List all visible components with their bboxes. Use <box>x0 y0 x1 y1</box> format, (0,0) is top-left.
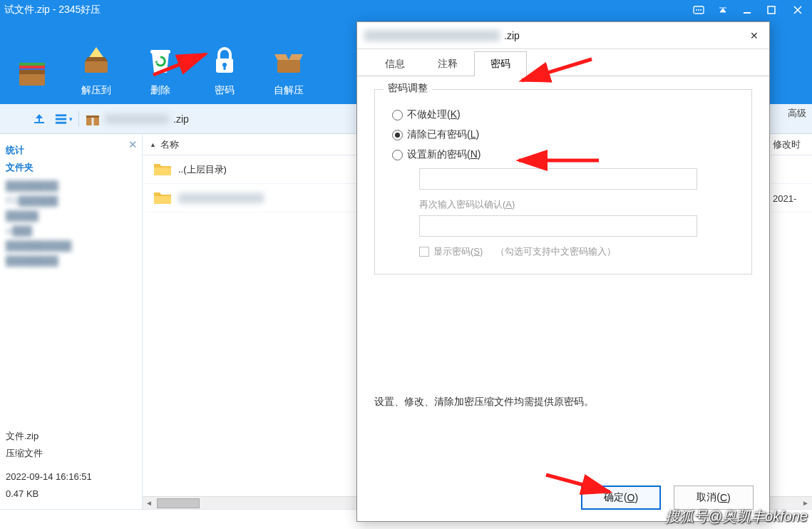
svg-rect-9 <box>19 63 45 66</box>
info-file: 文件.zip <box>6 428 92 444</box>
toolbar-selfextract[interactable]: 自解压 <box>257 40 321 97</box>
cell-date: 2021- <box>773 184 812 212</box>
advanced-link[interactable]: 高级 <box>788 107 806 120</box>
watermark: 搜狐号@奥凯丰okfone <box>665 507 808 526</box>
box-out-icon <box>64 40 128 80</box>
folder-icon <box>153 160 173 179</box>
right-columns: 修改时 2021- <box>773 134 812 212</box>
confirm-label: 再次输入密码以确认(A) <box>419 198 737 211</box>
notify-icon[interactable] <box>687 0 711 20</box>
dialog-close-icon[interactable]: ✕ <box>746 28 762 43</box>
row-up-label: ..(上层目录) <box>178 163 227 176</box>
show-password-checkbox[interactable] <box>419 247 429 257</box>
recycle-icon <box>128 40 192 80</box>
radio-set-row[interactable]: 设置新的密码(N) <box>392 148 734 161</box>
password-inputs: 再次输入密码以确认(A) 显示密码(S) （勾选可支持中文密码输入） <box>419 168 737 258</box>
info-size: 0.47 KB <box>6 486 92 502</box>
svg-rect-15 <box>224 66 226 70</box>
svg-rect-19 <box>56 118 66 120</box>
minimize-button[interactable] <box>735 0 759 20</box>
nav-up-icon[interactable] <box>30 110 48 128</box>
radio-none-row[interactable]: 不做处理(K) <box>392 108 734 121</box>
password-confirm-input[interactable] <box>419 215 697 237</box>
info-type: 压缩文件 <box>6 445 92 461</box>
scroll-thumb[interactable] <box>157 498 200 508</box>
dialog-body: 密码调整 不做处理(K) 清除已有密码(L) 设置新的密码(N) 再次输入密码以… <box>357 76 769 421</box>
show-password-hint: （勾选可支持中文密码输入） <box>495 245 616 258</box>
side-item[interactable]: ████████ <box>6 253 136 268</box>
side-section-stats: 统计 <box>6 144 136 157</box>
box-open-icon <box>257 40 321 80</box>
radio-none[interactable] <box>392 110 403 120</box>
side-item[interactable]: ████████ <box>6 178 136 193</box>
side-item[interactable]: PD██████ <box>6 193 136 208</box>
dialog-note: 设置、修改、清除加密压缩文件均需提供原密码。 <box>374 396 752 409</box>
radio-set[interactable] <box>392 150 403 160</box>
info-date: 2022-09-14 16:16:51 <box>6 468 92 485</box>
fieldset-legend: 密码调整 <box>384 82 432 95</box>
svg-rect-17 <box>34 122 44 123</box>
svg-rect-16 <box>277 60 300 73</box>
dialog-title-bar: .zip ✕ <box>357 22 769 49</box>
separator <box>78 111 79 127</box>
svg-rect-10 <box>19 68 45 70</box>
scroll-left-icon[interactable]: ◄ <box>143 499 155 507</box>
col-modified[interactable]: 修改时 <box>773 134 812 155</box>
maximize-button[interactable] <box>759 0 783 20</box>
show-password-row[interactable]: 显示密码(S) （勾选可支持中文密码输入） <box>419 245 737 258</box>
dropdown-icon[interactable] <box>711 0 735 20</box>
toolbar-delete[interactable]: 删除 <box>128 40 192 97</box>
svg-rect-11 <box>85 61 108 73</box>
side-info: 文件.zip 压缩文件 2022-09-14 16:16:51 0.47 KB <box>6 428 92 502</box>
scroll-right-icon[interactable]: ► <box>799 499 812 507</box>
col-name: 名称 <box>160 138 179 151</box>
radio-clear-row[interactable]: 清除已有密码(L) <box>392 128 734 141</box>
toolbar-add[interactable] <box>0 53 64 97</box>
nav-back-icon[interactable] <box>6 110 24 128</box>
tab-password[interactable]: 密码 <box>474 51 527 76</box>
radio-set-label: 设置新的密码(N) <box>407 148 480 161</box>
svg-rect-7 <box>19 70 45 74</box>
side-list: 统计 文件夹 ████████ PD██████ █████ w███ ████… <box>0 134 142 274</box>
svg-rect-5 <box>768 6 775 14</box>
side-item[interactable]: █████ <box>6 208 136 223</box>
side-panel: ✕ 统计 文件夹 ████████ PD██████ █████ w███ ██… <box>0 134 143 509</box>
radio-clear-label: 清除已有密码(L) <box>407 128 479 141</box>
svg-point-3 <box>700 9 701 11</box>
side-close-icon[interactable]: ✕ <box>128 138 138 151</box>
svg-point-1 <box>696 9 697 11</box>
radio-clear[interactable] <box>392 130 403 140</box>
ok-button[interactable]: 确定(O) <box>581 486 661 510</box>
svg-rect-20 <box>56 121 66 123</box>
cancel-button[interactable]: 取消(C) <box>674 486 754 510</box>
close-button[interactable] <box>783 0 812 20</box>
crumb-blur <box>105 114 169 124</box>
password-fieldset: 密码调整 不做处理(K) 清除已有密码(L) 设置新的密码(N) 再次输入密码以… <box>374 89 752 274</box>
toolbar-extract-label: 解压到 <box>64 84 128 97</box>
svg-rect-18 <box>56 114 66 116</box>
svg-rect-12 <box>150 50 170 53</box>
svg-rect-22 <box>86 115 99 118</box>
svg-rect-23 <box>92 118 94 125</box>
box-add-icon <box>0 53 64 93</box>
password-input[interactable] <box>419 168 697 190</box>
svg-point-2 <box>698 9 699 11</box>
title-bar: 试文件.zip - 2345好压 <box>0 0 812 20</box>
dialog-buttons: 确定(O) 取消(C) <box>581 486 754 510</box>
window-controls <box>687 0 812 20</box>
side-item[interactable]: w███ <box>6 223 136 238</box>
svg-rect-8 <box>19 66 45 68</box>
view-list-icon[interactable]: ▾ <box>54 110 73 128</box>
side-section-folders: 文件夹 <box>6 161 136 174</box>
window-title: 试文件.zip - 2345好压 <box>4 4 687 16</box>
dialog-tabs: 信息 注释 密码 <box>357 49 769 76</box>
breadcrumb[interactable]: .zip <box>85 111 189 127</box>
side-item[interactable]: ██████████ <box>6 238 136 253</box>
dlg-title-suffix: .zip <box>504 30 520 41</box>
show-password-label: 显示密码(S) <box>433 245 483 258</box>
tab-info[interactable]: 信息 <box>369 51 421 76</box>
toolbar-password[interactable]: 密码 <box>192 40 257 97</box>
tab-comment[interactable]: 注释 <box>421 51 474 76</box>
toolbar-extract[interactable]: 解压到 <box>64 40 128 97</box>
cell-empty <box>773 155 812 184</box>
